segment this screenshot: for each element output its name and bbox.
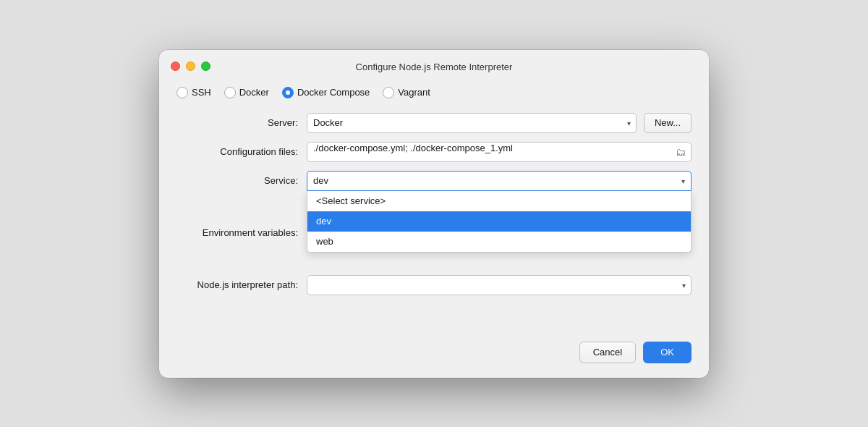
dialog-body: SSH Docker Docker Compose Vagrant Server… [159,81,709,318]
environment-label: Environment variables: [176,227,307,238]
cancel-button[interactable]: Cancel [579,342,636,363]
dialog-title: Configure Node.js Remote Interpreter [356,62,513,72]
service-control: dev ▾ <Select service> dev web [307,171,692,191]
radio-docker-button[interactable] [224,87,236,98]
connection-type-row: SSH Docker Docker Compose Vagrant [176,87,692,98]
radio-ssh-label: SSH [192,87,211,98]
config-input-wrapper: ./docker-compose.yml; ./docker-compose_1… [307,142,692,162]
server-select[interactable]: Docker [307,113,637,133]
server-label: Server: [176,117,307,128]
dropdown-item-web[interactable]: web [307,232,691,252]
dropdown-item-select-service[interactable]: <Select service> [307,191,691,211]
service-row: Service: dev ▾ <Select service> dev web [176,171,692,191]
server-control: Docker ▾ New... [307,113,692,133]
interpreter-control: ▾ [307,275,692,295]
ok-button[interactable]: OK [643,342,692,363]
radio-vagrant[interactable]: Vagrant [383,87,430,98]
interpreter-select-wrapper: ▾ [307,275,692,295]
service-arrow: ▾ [681,177,685,185]
dropdown-item-dev[interactable]: dev [307,211,691,232]
config-files-control: ./docker-compose.yml; ./docker-compose_1… [307,142,692,162]
radio-vagrant-label: Vagrant [398,87,430,98]
server-row: Server: Docker ▾ New... [176,113,692,133]
radio-docker[interactable]: Docker [224,87,269,98]
dialog-footer: Cancel OK [159,330,709,378]
config-files-label: Configuration files: [176,146,307,157]
radio-ssh-button[interactable] [176,87,188,98]
window-controls [171,62,210,71]
configure-dialog: Configure Node.js Remote Interpreter SSH… [159,50,709,378]
radio-docker-compose-label: Docker Compose [297,87,370,98]
folder-icon[interactable]: 🗂 [676,146,686,158]
maximize-button[interactable] [201,62,210,71]
service-select-value: dev [313,175,328,186]
service-dropdown: <Select service> dev web [307,191,692,253]
server-select-wrapper: Docker ▾ [307,113,637,133]
config-files-row: Configuration files: ./docker-compose.ym… [176,142,692,162]
server-select-value: Docker [313,117,343,128]
titlebar: Configure Node.js Remote Interpreter [159,50,709,81]
radio-vagrant-button[interactable] [383,87,394,98]
new-button[interactable]: New... [644,113,692,133]
service-label: Service: [176,175,307,186]
radio-docker-label: Docker [239,87,269,98]
radio-docker-compose-button[interactable] [282,87,294,98]
config-files-value: ./docker-compose.yml; ./docker-compose_1… [313,143,513,153]
close-button[interactable] [171,62,180,71]
radio-docker-compose[interactable]: Docker Compose [282,87,370,98]
interpreter-row: Node.js interpreter path: ▾ [176,275,692,295]
interpreter-label: Node.js interpreter path: [176,279,307,290]
minimize-button[interactable] [186,62,195,71]
radio-ssh[interactable]: SSH [176,87,211,98]
interpreter-select[interactable] [307,275,692,295]
service-select[interactable]: dev ▾ [307,171,692,191]
radio-selected-indicator [286,90,290,95]
config-files-input[interactable]: ./docker-compose.yml; ./docker-compose_1… [307,142,692,162]
